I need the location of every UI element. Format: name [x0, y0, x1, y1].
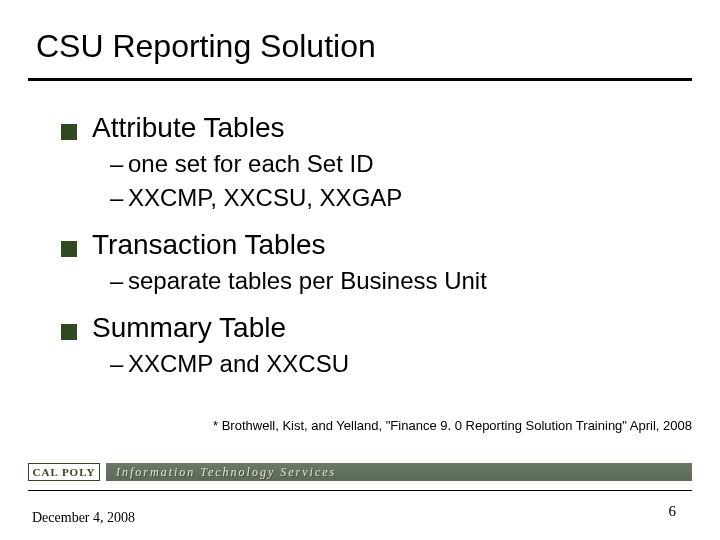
list-item: Attribute Tables: [60, 110, 680, 145]
calpoly-logo: CAL POLY: [28, 460, 100, 484]
slide-body: Attribute Tables – one set for each Set …: [60, 96, 680, 379]
svg-rect-2: [61, 324, 77, 340]
footer-page-number: 6: [669, 503, 677, 520]
square-bullet-icon: [60, 323, 78, 341]
title-underline: [28, 78, 692, 81]
svg-rect-0: [61, 124, 77, 140]
list-item: Summary Table: [60, 310, 680, 345]
slide: CSU Reporting Solution Attribute Tables …: [0, 0, 720, 540]
footnote: * Brothwell, Kist, and Yelland, "Finance…: [0, 418, 692, 433]
slide-title: CSU Reporting Solution: [36, 28, 376, 65]
list-subitem: – one set for each Set ID: [110, 149, 680, 179]
dash-bullet-icon: –: [110, 184, 128, 213]
dash-bullet-icon: –: [110, 350, 128, 379]
dash-bullet-icon: –: [110, 267, 128, 296]
logo-bar: CAL POLY Information Technology Services: [28, 460, 692, 486]
list-subitem-label: XXCMP and XXCSU: [128, 349, 349, 379]
calpoly-logo-text: CAL POLY: [33, 466, 96, 478]
its-banner: Information Technology Services: [106, 463, 692, 481]
dash-bullet-icon: –: [110, 150, 128, 179]
list-subitem-label: one set for each Set ID: [128, 149, 373, 179]
its-banner-text: Information Technology Services: [116, 465, 336, 480]
footer-date: December 4, 2008: [32, 510, 135, 526]
list-subitem-label: XXCMP, XXCSU, XXGAP: [128, 183, 402, 213]
list-subitem: – XXCMP, XXCSU, XXGAP: [110, 183, 680, 213]
list-item: Transaction Tables: [60, 227, 680, 262]
svg-rect-1: [61, 241, 77, 257]
square-bullet-icon: [60, 123, 78, 141]
list-subitem: – separate tables per Business Unit: [110, 266, 680, 296]
list-item-label: Attribute Tables: [92, 110, 285, 145]
square-bullet-icon: [60, 240, 78, 258]
footer-rule: [28, 490, 692, 491]
list-item-label: Summary Table: [92, 310, 286, 345]
list-item-label: Transaction Tables: [92, 227, 325, 262]
list-subitem: – XXCMP and XXCSU: [110, 349, 680, 379]
list-subitem-label: separate tables per Business Unit: [128, 266, 487, 296]
